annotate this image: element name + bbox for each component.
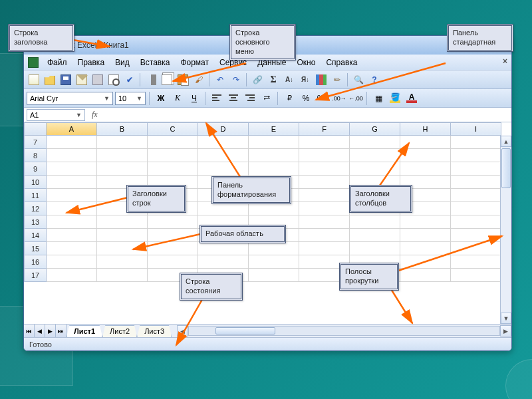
menu-view[interactable]: Вид [110,56,134,69]
hyperlink-button[interactable]: 🔗 [250,72,265,87]
column-header[interactable]: H [400,122,451,136]
spell-button[interactable]: ✔ [122,72,137,87]
cut-button[interactable] [144,72,158,87]
align-center-button[interactable] [226,91,241,106]
menu-help[interactable]: Справка [321,56,362,69]
comma-button[interactable]: 000 [315,91,330,106]
tab-nav-prev[interactable]: ◀ [35,325,45,337]
row-header[interactable]: 15 [24,242,47,255]
row-header[interactable]: 7 [24,136,47,149]
callout-titlebar: Строка заголовка [8,24,74,52]
name-box[interactable]: A1 ▼ [27,109,85,121]
inc-decimal-button[interactable]: .00→ [332,91,346,106]
merge-button[interactable]: ⮂ [259,91,274,106]
scroll-thumb[interactable] [215,327,275,334]
copy-button[interactable] [160,72,174,87]
undo-button[interactable]: ↶ [213,72,227,87]
doc-close-button[interactable]: × [503,57,507,66]
paste-icon [178,74,188,85]
horizontal-scrollbar[interactable]: ◀ ▶ [177,325,511,337]
row-header[interactable]: 11 [24,189,47,202]
fx-label[interactable]: fx [88,110,102,120]
sheet-tab[interactable]: Лист2 [102,325,137,337]
status-text: Готово [29,340,52,348]
chart-button[interactable] [314,72,329,87]
sort-asc-button[interactable]: A↓ [282,72,297,87]
paste-button[interactable] [176,72,190,87]
underline-button[interactable]: Ч [187,91,201,106]
column-header[interactable]: I [451,122,501,136]
size-combo[interactable]: 10 ▼ [115,92,146,105]
save-button[interactable] [59,72,73,87]
callout-standard-toolbar: Панель стандартная [447,24,513,52]
sort-desc-button[interactable]: Я↓ [298,72,313,87]
fill-color-button[interactable]: 🪣 [388,91,402,106]
callout-colheaders: Заголовки столбцов [349,185,412,213]
bold-button[interactable]: Ж [154,91,168,106]
row-header[interactable]: 9 [24,162,47,176]
drawing-button[interactable]: ✏ [330,72,344,87]
italic-button[interactable]: К [170,91,185,106]
sheet-tab[interactable]: Лист3 [137,325,172,337]
tab-nav-first[interactable]: ⏮ [24,325,35,337]
worksheet-area: 7 8 9 10 11 12 13 14 15 16 17 A B C D E … [24,122,511,324]
column-header[interactable]: G [350,122,400,136]
chart-icon [316,74,327,85]
scroll-thumb[interactable] [501,148,511,188]
column-header[interactable]: A [47,122,97,136]
scroll-down-button[interactable]: ▼ [501,313,511,324]
column-header[interactable]: E [249,122,299,136]
mail-button[interactable] [74,72,89,87]
menu-window[interactable]: Окно [292,56,320,69]
chevron-down-icon: ▼ [100,95,110,102]
row-header[interactable]: 14 [24,229,47,242]
row-header[interactable]: 16 [24,255,47,269]
row-header[interactable]: 13 [24,215,47,229]
scroll-left-button[interactable]: ◀ [177,325,188,336]
select-all-corner[interactable] [24,122,47,136]
help-button[interactable]: ? [367,72,382,87]
redo-button[interactable]: ↷ [229,72,243,87]
align-right-button[interactable] [243,91,257,106]
sort-asc-icon: A↓ [285,76,293,83]
align-left-button[interactable] [209,91,224,106]
name-box-value: A1 [30,111,39,119]
column-header[interactable]: D [198,122,249,136]
row-header[interactable]: 17 [24,269,47,282]
scroll-right-button[interactable]: ▶ [500,325,511,336]
zoom-button[interactable]: 🔍 [351,72,366,87]
formatting-toolbar: Arial Cyr ▼ 10 ▼ Ж К Ч ⮂ ₽ % 000 .00→ ←.… [24,89,511,108]
font-color-button[interactable]: A [404,91,419,106]
row-header[interactable]: 10 [24,176,47,189]
open-button[interactable] [43,72,57,87]
vertical-scrollbar[interactable]: ▲ ▼ [500,136,511,324]
format-painter-button[interactable]: 🖌 [192,72,206,87]
row-header[interactable]: 12 [24,202,47,215]
status-bar: Готово [24,337,511,350]
column-header[interactable]: F [299,122,350,136]
new-button[interactable] [27,72,41,87]
percent-button[interactable]: % [299,91,313,106]
row-header[interactable]: 8 [24,149,47,162]
tab-nav-last[interactable]: ⏭ [56,325,66,337]
autosum-button[interactable]: Σ [266,72,281,87]
sheet-tab[interactable]: Лист1 [66,325,102,337]
copy-icon [162,74,172,85]
font-combo[interactable]: Arial Cyr ▼ [27,92,113,105]
menu-format[interactable]: Формат [176,56,213,69]
menu-edit[interactable]: Правка [73,56,110,69]
currency-button[interactable]: ₽ [282,91,297,106]
formula-input[interactable] [102,109,511,121]
menu-file[interactable]: Файл [43,56,72,69]
dec-decimal-button[interactable]: ←.00 [348,91,363,106]
column-header[interactable]: B [97,122,148,136]
menu-insert[interactable]: Вставка [136,56,175,69]
print-button[interactable] [90,72,105,87]
callout-menubar: Строка основного меню [229,24,296,61]
column-header[interactable]: C [148,122,198,136]
preview-button[interactable] [106,72,121,87]
borders-button[interactable]: ▦ [371,91,386,106]
tab-nav-next[interactable]: ▶ [45,325,56,337]
scroll-up-button[interactable]: ▲ [501,136,511,147]
chevron-down-icon: ▼ [76,112,82,118]
